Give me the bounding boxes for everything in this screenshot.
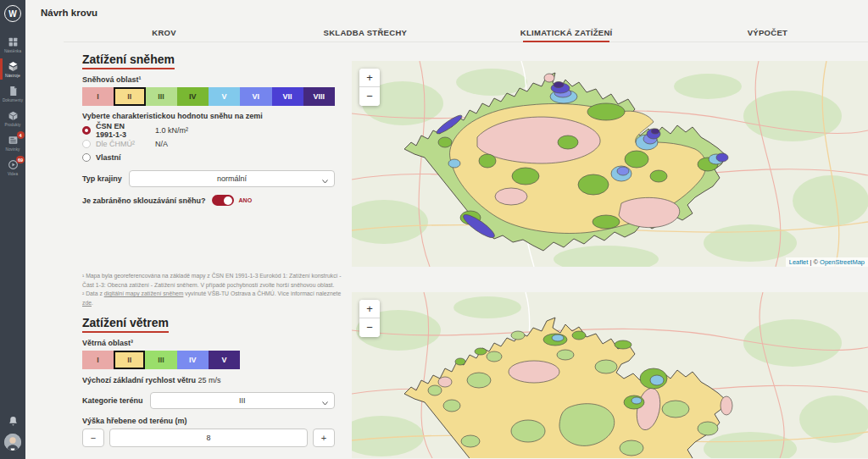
radio-value: N/A (155, 140, 168, 148)
snow-region-tile-VI[interactable]: VI (240, 87, 271, 106)
snow-region-tile-III[interactable]: III (146, 87, 177, 106)
tab-klimaticka-zatizeni[interactable]: KLIMATICKÁ ZATÍŽENÍ (466, 25, 667, 41)
sidebar-item-label: Videa (8, 172, 18, 176)
snow-region-tile-IV[interactable]: IV (177, 87, 209, 106)
snow-section-heading: Zatížení sněhem (82, 53, 335, 69)
footnote-2-text: ² Data z (82, 290, 104, 296)
sidebar-item-videa[interactable]: 69 Videa (0, 155, 25, 180)
ridge-height-label: Výška hřebene od terénu (m) (82, 417, 335, 425)
sidebar-item-nastroje[interactable]: Nástroje (0, 57, 25, 81)
landscape-type-value: normální (217, 174, 247, 183)
footnote-1: ¹ Mapa byla georeferencována na základě … (82, 272, 345, 290)
footnotes: ¹ Mapa byla georeferencována na základě … (82, 272, 345, 307)
increment-button[interactable]: + (313, 429, 335, 447)
sidebar-item-label: Dokumenty (3, 98, 23, 102)
zoom-out-button[interactable]: − (359, 318, 380, 337)
notifications-bell-icon[interactable] (8, 415, 19, 426)
package-icon (8, 110, 19, 121)
sidebar-item-produkty[interactable]: Produkty (0, 106, 25, 130)
radio-label: ČSN EN 1991-1-3 (96, 122, 145, 139)
more-info-link[interactable]: zde (82, 300, 92, 306)
topbar: Návrh krovu (25, 0, 868, 25)
wind-region-tile-V[interactable]: V (209, 351, 240, 369)
sidebar-nav: Nástěnka Nástroje Dokumenty Produkty (0, 32, 25, 180)
attribution-separator: | © (808, 258, 820, 266)
ridge-height-value[interactable]: 8 (109, 429, 308, 447)
sidebar-item-dokumenty[interactable]: Dokumenty (0, 81, 25, 106)
radio-button-selected[interactable] (82, 126, 91, 135)
page-title: Návrh krovu (41, 8, 97, 18)
sidebar-item-label: Produkty (5, 123, 21, 127)
snow-slide-toggle[interactable] (212, 195, 234, 206)
logo-letter: W (8, 9, 16, 19)
snow-region-tile-V[interactable]: V (209, 87, 240, 106)
zoom-in-button[interactable]: + (359, 69, 380, 87)
snow-region-label: Sněhová oblast¹ (82, 75, 335, 84)
wind-map-graphic (352, 292, 868, 458)
ridge-height-stepper: − 8 + (82, 429, 335, 447)
wind-region-tile-III[interactable]: III (145, 351, 176, 369)
user-avatar[interactable] (4, 434, 21, 451)
sidebar: W Nástěnka Nástroje Dokumenty (0, 0, 25, 459)
zoom-in-button[interactable]: + (359, 300, 380, 318)
wind-region-tile-IV[interactable]: IV (177, 351, 209, 369)
snow-region-tile-VII[interactable]: VII (272, 87, 303, 106)
snow-value-radio-group: ČSN EN 1991-1-3 1.0 kN/m² Dle ČHMÚ² N/A … (82, 124, 335, 163)
terrain-category-label: Kategorie terénu (82, 396, 143, 405)
decrement-button[interactable]: − (82, 429, 104, 447)
wind-speed-value: 25 m/s (198, 376, 221, 384)
leaflet-link[interactable]: Leaflet (789, 258, 809, 266)
landscape-type-select[interactable]: normální (129, 170, 335, 187)
map-zoom-control: + − (359, 69, 380, 106)
tab-vypocet[interactable]: VÝPOČET (667, 25, 868, 41)
wind-region-selector: I II III IV V (82, 351, 240, 369)
tab-skladba-strechy[interactable]: SKLADBA STŘECHY (264, 25, 465, 41)
wind-map[interactable]: + − (352, 292, 868, 458)
footnote-2-text: vyvinuté VŠB-TU Ostrava a ČHMÚ. Více inf… (183, 290, 341, 296)
snow-region-tile-I[interactable]: I (82, 87, 114, 106)
radio-option-csn[interactable]: ČSN EN 1991-1-3 1.0 kN/m² (82, 124, 335, 135)
wind-speed-row: Výchozí základní rychlost větru 25 m/s (82, 376, 335, 384)
document-icon (8, 86, 19, 97)
radio-button[interactable] (82, 153, 91, 162)
snow-map-data-link[interactable]: digitální mapy zatížení sněhem (104, 290, 184, 296)
map-zoom-control: + − (359, 300, 380, 337)
video-play-icon: 69 (8, 159, 19, 170)
radio-button-disabled (82, 140, 91, 148)
sidebar-item-novinky[interactable]: 4 Novinky (0, 130, 25, 155)
wind-region-tile-I[interactable]: I (82, 351, 114, 369)
main-area: Návrh krovu KROV SKLADBA STŘECHY KLIMATI… (25, 0, 868, 459)
wind-speed-label: Výchozí základní rychlost větru (82, 376, 196, 384)
openstreetmap-link[interactable]: OpenStreetMap (820, 258, 865, 266)
map-attribution: Leaflet | © OpenStreetMap (786, 257, 868, 267)
radio-value: 1.0 kN/m² (155, 126, 188, 135)
terrain-category-value: III (239, 396, 246, 405)
radio-label: Vlastní (96, 153, 145, 162)
dashboard-icon (8, 36, 19, 47)
snow-slide-row: Je zabráněno sklouzávání sněhu? ANO (82, 195, 335, 206)
wind-section-heading: Zatížení větrem (82, 316, 335, 333)
news-icon: 4 (8, 135, 19, 146)
radio-option-chmu[interactable]: Dle ČHMÚ² N/A (82, 138, 335, 149)
chevron-down-icon (322, 177, 328, 185)
chevron-down-icon (322, 399, 328, 407)
app-logo[interactable]: W (4, 5, 21, 22)
snow-map[interactable]: + − Leaflet | © OpenStreetMap (352, 61, 868, 267)
wind-region-label: Větrná oblast³ (82, 339, 335, 347)
sidebar-bottom (4, 415, 21, 459)
tab-krov[interactable]: KROV (64, 25, 264, 41)
snow-map-graphic (352, 61, 868, 267)
footnote-2-text: . (92, 300, 93, 306)
sidebar-item-nastenka[interactable]: Nástěnka (0, 32, 25, 57)
sidebar-item-label: Nástroje (5, 74, 20, 78)
wind-region-tile-II[interactable]: II (114, 351, 145, 369)
tools-cube-icon (8, 61, 19, 72)
radio-option-vlastni[interactable]: Vlastní (82, 152, 335, 163)
snow-slide-label: Je zabráněno sklouzávání sněhu? (82, 196, 206, 205)
sidebar-item-label: Nástěnka (4, 49, 21, 53)
toggle-knob (224, 196, 232, 205)
zoom-out-button[interactable]: − (359, 87, 380, 106)
snow-region-tile-II[interactable]: II (114, 87, 145, 106)
terrain-category-select[interactable]: III (150, 392, 335, 409)
snow-region-tile-VIII[interactable]: VIII (303, 87, 335, 106)
